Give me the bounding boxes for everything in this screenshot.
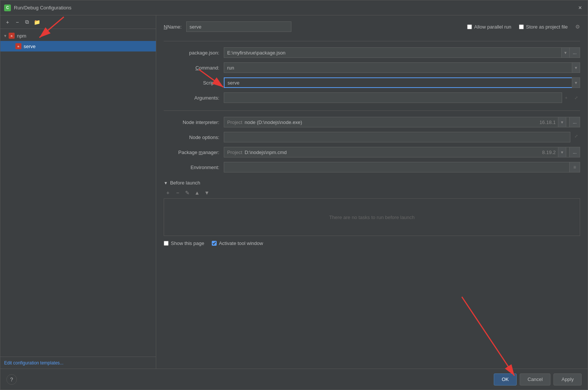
bl-down-button[interactable]: ▼ xyxy=(203,189,211,197)
separator-1 xyxy=(164,41,580,41)
package-json-browse-button[interactable]: ... xyxy=(570,47,580,58)
command-dropdown-arrow[interactable]: ▼ xyxy=(572,62,580,73)
node-interpreter-version: 16.18.1 xyxy=(540,119,556,125)
config-tree: ▼ n npm n serve xyxy=(0,29,156,357)
before-launch-arrow[interactable]: ▼ xyxy=(164,181,168,185)
node-interpreter-field: Project node (D:\nodejs\node.exe) 16.18.… xyxy=(224,117,570,127)
close-button[interactable]: × xyxy=(576,4,584,12)
store-project-checkbox[interactable] xyxy=(519,24,524,29)
node-interpreter-wrapper: Project node (D:\nodejs\node.exe) 16.18.… xyxy=(224,117,580,127)
arguments-field xyxy=(224,92,562,103)
scripts-row: Scripts: ▼ xyxy=(164,77,580,88)
allow-parallel-label: Allow parallel run xyxy=(474,24,511,30)
left-bottom: Edit configuration templates... xyxy=(0,357,156,369)
before-launch-label: Before launch xyxy=(170,180,200,186)
ok-button[interactable]: OK xyxy=(494,373,517,385)
environment-row: Environment: ≡ xyxy=(164,162,580,172)
bl-edit-button[interactable]: ✎ xyxy=(183,189,191,197)
allow-parallel-checkbox-label[interactable]: Allow parallel run xyxy=(467,24,511,30)
package-json-dropdown-arrow[interactable]: ▼ xyxy=(561,47,570,58)
pkg-project-label: Project xyxy=(227,150,242,155)
gear-icon[interactable]: ⚙ xyxy=(575,24,580,30)
command-dropdown-wrapper: ▼ xyxy=(224,62,580,73)
before-launch-list: There are no tasks to run before launch xyxy=(164,198,580,236)
cancel-button[interactable]: Cancel xyxy=(520,373,550,385)
npm-icon: n xyxy=(9,33,15,39)
scripts-input[interactable] xyxy=(224,77,580,88)
store-project-label: Store as project file xyxy=(526,24,568,30)
show-page-checkbox-label[interactable]: Show this page xyxy=(164,240,204,246)
serve-label: serve xyxy=(24,44,36,49)
before-launch-section: ▼ Before launch + − ✎ ▲ ▼ There are no t… xyxy=(164,180,580,252)
run-debug-dialog: C Run/Debug Configurations × + − ⧉ 📁 ▼ n… xyxy=(0,0,588,390)
node-interpreter-dropdown-arrow[interactable]: ▼ xyxy=(558,117,566,127)
activate-window-checkbox-label[interactable]: Activate tool window xyxy=(212,240,263,246)
command-row: Command: ▼ xyxy=(164,62,580,73)
node-interpreter-row: Node interpreter: Project node (D:\nodej… xyxy=(164,117,580,127)
package-manager-label: Package manager: xyxy=(164,150,224,155)
folder-button[interactable]: 📁 xyxy=(33,18,41,26)
arguments-expand-button[interactable]: + xyxy=(562,94,570,102)
add-config-button[interactable]: + xyxy=(3,18,12,26)
name-label: NName: xyxy=(164,24,182,30)
bottom-checkboxes: Show this page Activate tool window xyxy=(164,240,580,246)
right-panel: NName: Allow parallel run Store as proje… xyxy=(156,15,588,369)
activate-window-checkbox[interactable] xyxy=(212,241,217,246)
show-page-checkbox[interactable] xyxy=(164,241,169,246)
package-json-input[interactable] xyxy=(224,47,570,58)
node-interpreter-label: Node interpreter: xyxy=(164,119,224,125)
tree-item-npm[interactable]: ▼ n npm xyxy=(0,30,156,41)
node-options-wrapper: ⤢ xyxy=(224,132,580,142)
app-icon: C xyxy=(4,5,11,11)
package-json-dropdown-wrapper: ▼ xyxy=(224,47,570,58)
before-launch-header: ▼ Before launch xyxy=(164,180,580,186)
help-button[interactable]: ? xyxy=(6,374,17,385)
arguments-wrapper: + ⤢ xyxy=(224,92,580,103)
show-page-label: Show this page xyxy=(171,240,204,246)
arguments-row: Arguments: + ⤢ xyxy=(164,92,580,103)
edit-templates-link[interactable]: Edit configuration templates... xyxy=(4,360,63,366)
scripts-dropdown-wrapper: ▼ xyxy=(224,77,580,88)
pkg-manager-dropdown-arrow[interactable]: ▼ xyxy=(558,147,566,157)
node-interpreter-browse-button[interactable]: ... xyxy=(570,117,580,127)
node-options-row: Node options: ⤢ xyxy=(164,132,580,142)
arguments-label: Arguments: xyxy=(164,95,224,101)
package-json-field-wrapper: ▼ ... xyxy=(224,47,580,58)
environment-label: Environment: xyxy=(164,165,224,170)
name-input[interactable] xyxy=(186,21,291,32)
bl-add-button[interactable]: + xyxy=(164,189,172,197)
dialog-title: Run/Debug Configurations xyxy=(14,5,576,11)
copy-config-button[interactable]: ⧉ xyxy=(23,18,31,26)
allow-parallel-checkbox[interactable] xyxy=(467,24,472,29)
environment-field xyxy=(224,162,570,172)
name-row: NName: Allow parallel run Store as proje… xyxy=(164,21,580,32)
environment-wrapper: ≡ xyxy=(224,162,580,172)
activate-window-label: Activate tool window xyxy=(219,240,263,246)
tree-item-serve[interactable]: n serve xyxy=(0,41,156,51)
node-project-label: Project xyxy=(227,119,242,125)
store-project-checkbox-label[interactable]: Store as project file xyxy=(519,24,568,30)
bl-up-button[interactable]: ▲ xyxy=(193,189,201,197)
pkg-manager-path: D:\nodejs\npm.cmd xyxy=(244,150,286,155)
apply-button[interactable]: Apply xyxy=(553,373,582,385)
package-json-row: package.json: ▼ ... xyxy=(164,47,580,58)
title-bar: C Run/Debug Configurations × xyxy=(0,0,588,15)
before-launch-toolbar: + − ✎ ▲ ▼ xyxy=(164,189,580,197)
package-json-label: package.json: xyxy=(164,50,224,56)
command-label: Command: xyxy=(164,65,224,71)
arguments-expand2-button[interactable]: ⤢ xyxy=(572,94,580,102)
serve-icon: n xyxy=(15,43,21,49)
bl-remove-button[interactable]: − xyxy=(173,189,182,197)
node-options-expand-button[interactable]: ⤢ xyxy=(572,132,580,140)
package-manager-wrapper: Project D:\nodejs\npm.cmd 8.19.2 ▼ ... xyxy=(224,147,580,157)
environment-edit-button[interactable]: ≡ xyxy=(570,162,580,172)
bottom-bar: ? OK Cancel Apply xyxy=(0,369,588,390)
pkg-manager-browse-button[interactable]: ... xyxy=(570,147,580,157)
package-manager-row: Package manager: Project D:\nodejs\npm.c… xyxy=(164,147,580,157)
scripts-dropdown-arrow[interactable]: ▼ xyxy=(572,77,580,88)
remove-config-button[interactable]: − xyxy=(13,18,21,26)
pkg-manager-version: 8.19.2 xyxy=(542,150,556,155)
separator-2 xyxy=(164,110,580,111)
command-input[interactable] xyxy=(224,62,580,73)
left-panel: + − ⧉ 📁 ▼ n npm n xyxy=(0,15,156,369)
